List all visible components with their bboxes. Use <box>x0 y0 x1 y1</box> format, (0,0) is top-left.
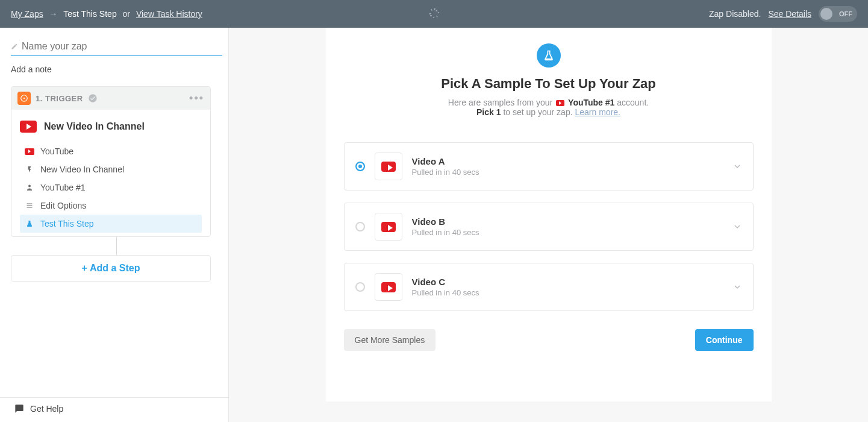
step-title-label: 1. TRIGGER <box>36 94 83 103</box>
youtube-icon <box>375 273 402 301</box>
step-sub-item[interactable]: Test This Step <box>20 215 202 233</box>
topbar-right: Zap Disabled. See Details OFF <box>709 6 857 22</box>
page-title: Pick A Sample To Set Up Your Zap <box>344 76 754 92</box>
step-header[interactable]: 1. TRIGGER ••• <box>11 87 210 110</box>
sample-meta: Pulled in in 40 secs <box>412 168 723 177</box>
plus-icon: + <box>82 263 87 273</box>
chevron-down-icon[interactable] <box>732 222 742 231</box>
svg-point-2 <box>89 94 96 102</box>
add-note-button[interactable]: Add a note <box>11 65 222 74</box>
sample-meta: Pulled in in 40 secs <box>412 228 723 237</box>
topbar: My Zaps → Test This Step or View Task Hi… <box>0 0 868 28</box>
radio-icon[interactable] <box>355 162 365 171</box>
add-step-label: Add a Step <box>90 263 140 273</box>
svg-rect-6 <box>27 207 33 208</box>
step-sub-item[interactable]: YouTube <box>20 142 202 160</box>
see-details-link[interactable]: See Details <box>768 9 811 19</box>
sample-title: Video B <box>412 216 723 227</box>
svg-point-1 <box>23 98 25 99</box>
youtube-icon <box>375 153 402 180</box>
sample-meta: Pulled in in 40 secs <box>412 288 723 297</box>
sub-prefix: Here are samples from your <box>448 98 553 107</box>
step-sub-item[interactable]: Edit Options <box>20 197 202 215</box>
svg-point-3 <box>28 185 31 187</box>
svg-rect-5 <box>27 206 33 206</box>
breadcrumb: My Zaps → Test This Step or View Task Hi… <box>11 9 202 19</box>
get-more-samples-button[interactable]: Get More Samples <box>344 329 436 351</box>
pick-rest: to set up your zap. <box>503 107 572 117</box>
svg-rect-4 <box>27 204 33 204</box>
account-name: YouTube #1 <box>568 98 614 107</box>
step-sub-item[interactable]: YouTube #1 <box>20 178 202 197</box>
youtube-icon <box>20 121 37 133</box>
sidebar: Add a note 1. TRIGGER ••• <box>0 28 229 422</box>
breadcrumb-or: or <box>123 9 130 19</box>
zap-disabled-label: Zap Disabled. <box>709 9 761 19</box>
trigger-name-label: New Video In Channel <box>44 121 145 132</box>
get-help-label: Get Help <box>30 404 63 414</box>
pick-label: Pick 1 <box>476 107 501 117</box>
flask-icon <box>537 43 561 68</box>
step-menu-icon[interactable]: ••• <box>189 92 204 105</box>
view-task-history-link[interactable]: View Task History <box>136 9 202 19</box>
toggle-state-label: OFF <box>839 10 852 17</box>
options-icon <box>25 202 34 209</box>
toggle-knob-icon <box>820 8 832 20</box>
step-sub-label: Test This Step <box>40 219 93 228</box>
continue-button[interactable]: Continue <box>695 329 754 351</box>
zapier-logo-icon <box>428 7 440 19</box>
sample-row[interactable]: Video B Pulled in in 40 secs <box>344 203 754 251</box>
trigger-step-card: 1. TRIGGER ••• New Video In Channel YouT… <box>11 86 211 237</box>
zap-toggle[interactable]: OFF <box>819 6 857 22</box>
sample-title: Video C <box>412 277 723 287</box>
main-card: Pick A Sample To Set Up Your Zap Here ar… <box>326 28 772 402</box>
person-icon <box>25 183 34 192</box>
sample-title: Video A <box>412 156 723 166</box>
chat-icon <box>14 404 24 414</box>
learn-more-link[interactable]: Learn more. <box>575 107 620 117</box>
radio-icon[interactable] <box>355 282 365 292</box>
step-sub-label: Edit Options <box>40 201 86 210</box>
youtube-icon <box>556 100 564 106</box>
step-sub-item[interactable]: New Video In Channel <box>20 160 202 178</box>
step-sub-label: YouTube <box>40 146 73 156</box>
step-sub-label: YouTube #1 <box>40 183 85 192</box>
flask-icon <box>25 219 34 228</box>
breadcrumb-arrow: → <box>49 9 58 19</box>
pencil-icon <box>11 43 18 50</box>
bolt-icon <box>25 165 34 174</box>
sub-suffix: account. <box>617 98 649 107</box>
sample-row[interactable]: Video C Pulled in in 40 secs <box>344 263 754 311</box>
chevron-down-icon[interactable] <box>732 162 742 171</box>
chevron-down-icon[interactable] <box>732 282 742 292</box>
trigger-app-icon <box>17 92 31 105</box>
add-step-button[interactable]: +Add a Step <box>11 255 211 282</box>
breadcrumb-current: Test This Step <box>63 9 116 19</box>
get-help-button[interactable]: Get Help <box>0 397 228 422</box>
page-subtitle: Here are samples from your YouTube #1 ac… <box>344 98 754 117</box>
my-zaps-link[interactable]: My Zaps <box>11 9 43 19</box>
zap-name-input[interactable] <box>22 41 222 52</box>
connector-line-icon <box>116 237 117 255</box>
check-icon <box>88 93 98 103</box>
zap-name-field-wrap[interactable] <box>11 39 222 56</box>
sample-row[interactable]: Video A Pulled in in 40 secs <box>344 142 754 191</box>
youtube-icon <box>25 148 34 155</box>
youtube-icon <box>375 213 402 241</box>
step-sub-label: New Video In Channel <box>40 165 124 174</box>
radio-icon[interactable] <box>355 222 365 231</box>
